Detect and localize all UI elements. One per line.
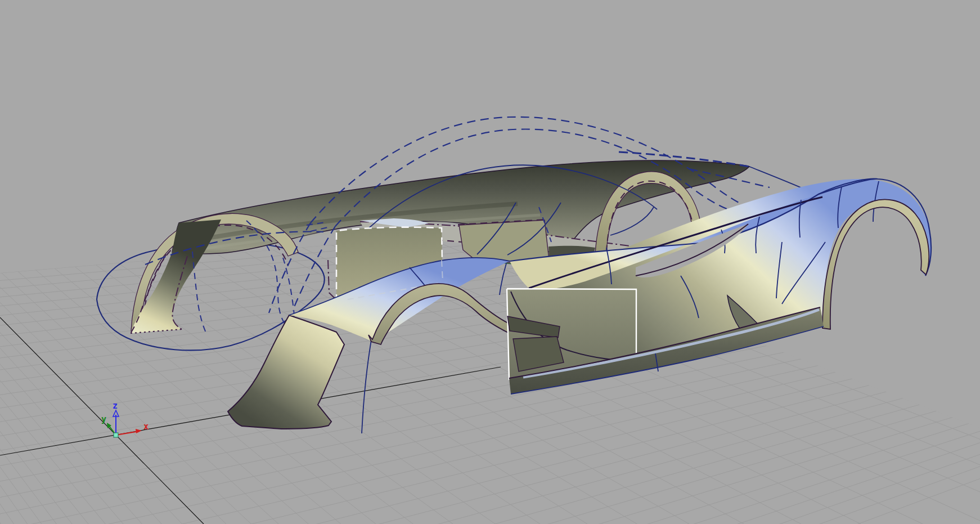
z-axis-label: z	[113, 401, 118, 411]
y-axis-label: y	[101, 414, 106, 424]
3d-viewport[interactable]: x y z	[0, 0, 980, 524]
x-axis-label: x	[143, 422, 149, 432]
origin-marker	[114, 433, 118, 437]
viewport-canvas[interactable]: x y z	[0, 0, 980, 524]
ghost-side-panel[interactable]	[459, 220, 549, 263]
